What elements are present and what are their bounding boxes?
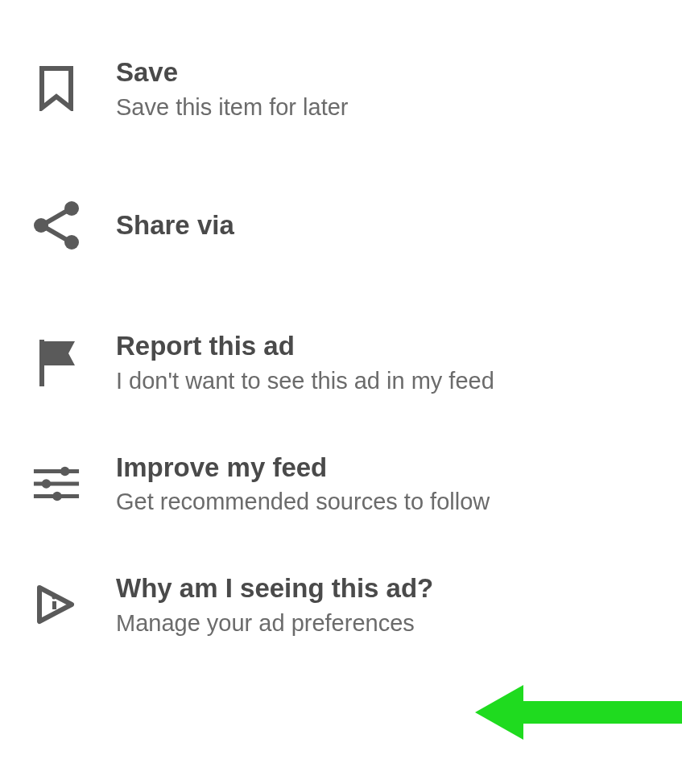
why-ad-item[interactable]: Why am I seeing this ad? Manage your ad … (0, 544, 682, 665)
svg-rect-13 (52, 601, 56, 609)
improve-feed-text: Improve my feed Get recommended sources … (116, 452, 490, 516)
improve-feed-item[interactable]: Improve my feed Get recommended sources … (0, 423, 682, 544)
svg-point-12 (52, 596, 56, 600)
svg-line-3 (46, 211, 67, 223)
flag-icon (32, 339, 81, 387)
svg-line-4 (46, 228, 67, 240)
svg-point-7 (60, 467, 70, 477)
improve-feed-title: Improve my feed (116, 452, 490, 484)
save-title: Save (116, 56, 349, 89)
svg-point-11 (52, 492, 62, 501)
svg-rect-5 (39, 340, 44, 386)
annotation-arrow-icon (475, 680, 682, 748)
save-text: Save Save this item for later (116, 56, 349, 121)
why-ad-text: Why am I seeing this ad? Manage your ad … (116, 572, 433, 637)
why-ad-title: Why am I seeing this ad? (116, 572, 433, 605)
ad-play-icon (32, 580, 81, 629)
share-icon (32, 201, 81, 250)
report-ad-subtitle: I don't want to see this ad in my feed (116, 367, 494, 395)
save-item[interactable]: Save Save this item for later (0, 28, 682, 149)
report-ad-title: Report this ad (116, 330, 494, 362)
svg-marker-14 (475, 685, 682, 740)
save-subtitle: Save this item for later (116, 93, 349, 122)
bookmark-icon (32, 64, 81, 113)
report-ad-item[interactable]: Report this ad I don't want to see this … (0, 302, 682, 423)
share-title: Share via (116, 210, 234, 241)
report-ad-text: Report this ad I don't want to see this … (116, 330, 494, 394)
share-text: Share via (116, 210, 234, 241)
sliders-icon (32, 460, 81, 508)
why-ad-subtitle: Manage your ad preferences (116, 609, 433, 638)
share-item[interactable]: Share via (0, 149, 682, 302)
svg-point-9 (42, 479, 52, 489)
improve-feed-subtitle: Get recommended sources to follow (116, 488, 490, 516)
context-menu: Save Save this item for later Share via (0, 0, 682, 666)
